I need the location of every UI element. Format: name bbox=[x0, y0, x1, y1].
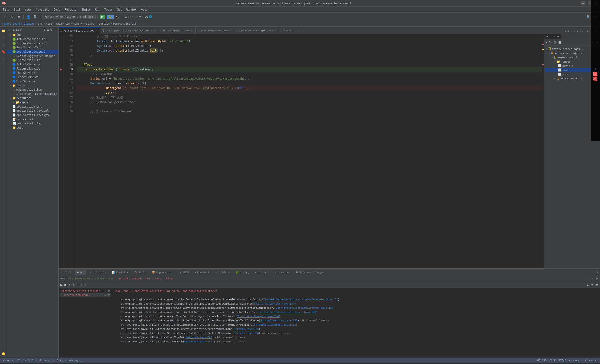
tab-services[interactable]: ⚙ Services bbox=[273, 270, 293, 274]
sidebar-collapse[interactable]: — bbox=[54, 28, 56, 31]
db-refresh-btn[interactable]: ↻ bbox=[549, 40, 552, 45]
run-config-path[interactable]: PostServiceTest.testFetchPoem bbox=[42, 15, 96, 19]
db-add-btn[interactable]: + bbox=[545, 40, 548, 45]
activity-notifications[interactable]: 🔔 bbox=[0, 350, 7, 356]
internal-2[interactable]: <6 internal lines> bbox=[262, 332, 290, 335]
breadcrumb-src[interactable]: src bbox=[38, 22, 43, 25]
gutter-53[interactable] bbox=[59, 39, 63, 44]
tab-run[interactable]: ▶ Run bbox=[75, 270, 87, 274]
stop-button[interactable]: ■ bbox=[64, 283, 66, 287]
internal-3[interactable]: <10 internal lines> bbox=[216, 336, 245, 339]
gutter-54[interactable] bbox=[59, 44, 63, 48]
menu-file[interactable]: File bbox=[1, 8, 11, 12]
activity-project[interactable]: 📁 bbox=[0, 28, 7, 34]
activity-bookmarks[interactable]: 🔖 bbox=[0, 49, 7, 55]
menu-edit[interactable]: Edit bbox=[12, 8, 22, 12]
gutter-58[interactable] bbox=[59, 62, 63, 67]
tree-item-resources[interactable]: ▼ 📁 resources bbox=[7, 96, 58, 100]
editor-scroll-up[interactable]: ▲ bbox=[585, 28, 591, 34]
db-filter-btn[interactable]: ☰ bbox=[558, 40, 562, 45]
search-everywhere-button[interactable]: 🔍 bbox=[585, 14, 591, 20]
breadcrumb-file[interactable]: PostServiceTest bbox=[113, 22, 136, 25]
gutter-64[interactable] bbox=[59, 91, 63, 95]
tab-close-5[interactable]: ✕ bbox=[274, 29, 276, 32]
link-7[interactable]: StreamSpliterators.java:312 bbox=[254, 323, 296, 326]
refresh-button[interactable]: ↻ bbox=[16, 14, 22, 20]
gutter-68[interactable] bbox=[59, 109, 63, 114]
gutter-56[interactable] bbox=[59, 53, 63, 58]
debug-button[interactable]: 🐛 bbox=[107, 15, 114, 19]
tree-item-article-impl[interactable]: 🟢 ArticleServiceImpl bbox=[7, 37, 58, 41]
sidebar-action-2[interactable]: ☰ bbox=[47, 28, 49, 31]
sidebar-action-1[interactable]: ⊕ bbox=[43, 28, 46, 31]
tab-close-2[interactable]: ✕ bbox=[154, 29, 156, 32]
breadcrumb-project[interactable]: memory-search-backend bbox=[2, 22, 34, 25]
tree-item-search-service[interactable]: 🔵 SearchService bbox=[7, 75, 58, 79]
tab-pictu[interactable]: ☕ Pictu... ✕ bbox=[279, 27, 302, 34]
status-git-branch[interactable]: ⎇ master bbox=[2, 359, 15, 362]
menu-git[interactable]: Git bbox=[115, 8, 124, 12]
run-button[interactable]: ▶ bbox=[100, 15, 105, 19]
tab-build[interactable]: 🔨 Build bbox=[132, 270, 149, 274]
tree-item-picture-impl[interactable]: 🟢 PictureServiceImpl bbox=[7, 41, 58, 46]
coverage-button[interactable]: 🛡 bbox=[115, 14, 121, 20]
rerun-button[interactable]: ▶ bbox=[60, 283, 63, 287]
collapse-btn[interactable]: ⊟ bbox=[84, 283, 86, 287]
sort-btn[interactable]: ⇅ bbox=[75, 283, 78, 287]
tree-item-mapper[interactable]: ▶ 📁 mapper bbox=[7, 100, 58, 104]
link-10[interactable]: Optional.java:369 bbox=[186, 336, 212, 339]
profile-button[interactable]: 👤 bbox=[26, 14, 31, 20]
tree-item-app-dev-yml[interactable]: 📄 application-dev.yml bbox=[7, 109, 58, 113]
menu-help[interactable]: Help bbox=[139, 8, 149, 12]
link-5[interactable]: TestContextManager.java:248 bbox=[237, 315, 279, 318]
minimize-button[interactable]: — bbox=[581, 1, 585, 5]
tree-item-impl[interactable]: ▼ 📁 impl bbox=[7, 33, 58, 37]
db-tab[interactable]: Database bbox=[544, 34, 561, 39]
run-gutter-icon[interactable]: ● bbox=[60, 68, 62, 71]
tab-todo[interactable]: ✔ TODO bbox=[178, 270, 191, 274]
test-item-fetchpoem[interactable]: ✕ testFetchPoem() 15 ms bbox=[59, 293, 111, 297]
activity-structure[interactable]: ≡ bbox=[0, 56, 7, 62]
tree-item-post-impl[interactable]: 🟢 PostServiceImpl bbox=[7, 46, 58, 50]
menu-tools[interactable]: Tools bbox=[103, 8, 115, 12]
menu-navigate[interactable]: Navigate bbox=[34, 8, 51, 12]
tab-dependencies[interactable]: 📦 Dependencies bbox=[150, 270, 177, 274]
filter-btn[interactable]: ⊙ bbox=[72, 283, 74, 287]
tab-searchservice[interactable]: ☕ SearchService.java ✕ bbox=[196, 27, 234, 34]
link-3[interactable]: ServletTestExecutionListener.java:190 bbox=[276, 306, 333, 309]
internal-1[interactable]: <8 internal lines> bbox=[301, 319, 328, 322]
tab-profiler[interactable]: 📊 Profiler bbox=[110, 270, 131, 274]
gutter-67[interactable] bbox=[59, 104, 63, 109]
tab-hutool[interactable]: ☕ HutoolSpider.java ✕ bbox=[159, 27, 196, 34]
tree-item-test[interactable]: ▶ 📁 test bbox=[7, 126, 58, 130]
branch-status[interactable]: ⎇ master bbox=[584, 359, 598, 362]
tab-close-3[interactable]: ✕ bbox=[191, 29, 193, 32]
tab-searchserviceimpl[interactable]: ☕ SearchServiceImpl.java ✕ bbox=[234, 27, 279, 34]
breadcrumb-java[interactable]: java bbox=[56, 22, 62, 25]
sidebar-settings[interactable]: ⚙ bbox=[50, 28, 53, 31]
run-close-button[interactable]: ✕ bbox=[591, 277, 594, 280]
expand-btn[interactable]: ⊞ bbox=[79, 283, 82, 287]
breadcrumb-search[interactable]: search bbox=[86, 22, 95, 25]
gutter-60[interactable] bbox=[59, 72, 63, 76]
bottom-settings-btn[interactable]: ⚙ bbox=[596, 271, 598, 274]
tree-item-canal[interactable]: ☕ SimpleCanalClientExample bbox=[7, 92, 58, 96]
tree-item-excel[interactable]: 📊 test_excel.xlsx bbox=[7, 121, 58, 126]
tab-post-db[interactable]: 🗄 post [memory_search@localhost] ✕ bbox=[100, 27, 159, 34]
link-8[interactable]: Streams.java:735 bbox=[234, 328, 259, 330]
menu-run[interactable]: Run bbox=[93, 8, 102, 12]
forward-button[interactable]: ▷ bbox=[9, 14, 15, 20]
tree-item-banner[interactable]: 📝 banner.txt bbox=[7, 117, 58, 121]
tree-item-article-service[interactable]: 🔵 ArticleService bbox=[7, 62, 58, 66]
breadcrumb-service[interactable]: service bbox=[99, 22, 110, 25]
tab-close-6[interactable]: ✕ bbox=[298, 29, 299, 32]
link-2[interactable]: DefaultTestContext.java:124 bbox=[253, 302, 294, 305]
db-settings-btn[interactable]: ⚙ bbox=[553, 40, 557, 45]
tree-item-suggestion[interactable]: ☕ SearchSuggestionExample bbox=[7, 54, 58, 58]
gutter-57[interactable] bbox=[59, 58, 63, 62]
tab-spring[interactable]: 🌿 Spring bbox=[234, 270, 252, 274]
tab-terminal[interactable]: ▸ Terminal bbox=[253, 270, 272, 274]
test-item-postservicetest[interactable]: ✕ PostServiceTest (com.mer 15 ms bbox=[59, 289, 111, 293]
tab-close-1[interactable]: ✕ bbox=[96, 29, 97, 32]
breadcrumb-test[interactable]: test bbox=[46, 22, 52, 25]
